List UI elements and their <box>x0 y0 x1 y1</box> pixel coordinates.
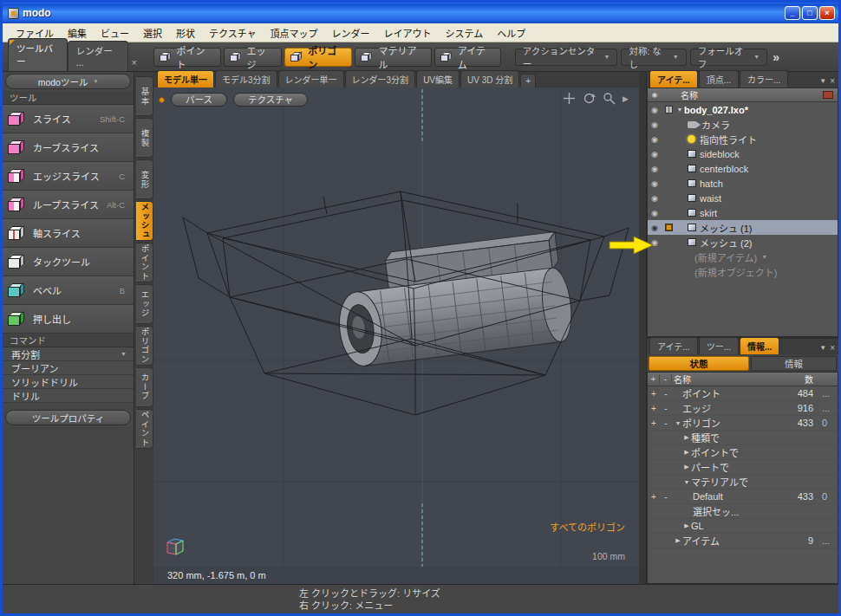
vp-tab-uv-edit[interactable]: UV編集 <box>416 70 460 88</box>
twisty-open-icon[interactable]: ▼ <box>674 420 682 426</box>
vtab-curve[interactable]: カーブ <box>136 367 153 407</box>
tool-slice[interactable]: スライスShift-C <box>3 105 134 133</box>
add-to-selection-icon[interactable]: + <box>648 418 660 428</box>
stat-row-by-material[interactable]: ▼マテリアルで <box>648 475 838 490</box>
tab-toolbar[interactable]: ツールバー <box>8 38 68 71</box>
stat-row-edges[interactable]: +- エッジ 916... <box>648 401 838 416</box>
vp-tab-model-triple[interactable]: モデル3分割 <box>215 70 277 88</box>
zoom-icon[interactable] <box>603 92 616 105</box>
list-item-new-item[interactable]: (新規アイテム) ▼ <box>648 250 838 264</box>
vtab-point[interactable]: ポイント <box>136 243 153 282</box>
menu-vertexmap[interactable]: 頂点マップ <box>264 24 324 42</box>
add-to-selection-icon[interactable]: + <box>648 389 660 399</box>
action-center-dropdown[interactable]: アクションセンター▼ <box>515 49 618 66</box>
menu-system[interactable]: システム <box>440 24 490 42</box>
twisty-open-icon[interactable]: ▼ <box>675 107 684 113</box>
menu-render[interactable]: レンダー <box>326 24 376 42</box>
close-tab-icon[interactable]: × <box>128 58 141 71</box>
close-button[interactable]: × <box>819 6 835 20</box>
remove-from-selection-icon[interactable]: - <box>660 404 672 413</box>
minimize-button[interactable]: _ <box>785 6 800 20</box>
list-item-sideblock[interactable]: ◉ sideblock <box>648 146 838 161</box>
stat-row-polygons[interactable]: +- ▼ポリゴン 4330 <box>648 416 838 431</box>
twisty-closed-icon[interactable]: ▶ <box>682 522 691 529</box>
list-item-centerblock[interactable]: ◉ centerblock <box>648 161 838 176</box>
tool-bevel[interactable]: ベベルB <box>3 276 134 305</box>
twisty-open-icon[interactable]: ▼ <box>682 479 691 485</box>
tool-extrude[interactable]: 押し出し <box>3 305 134 334</box>
tool-axis-slice[interactable]: 軸スライス <box>3 219 134 248</box>
mode-point-button[interactable]: ポイント <box>153 48 221 67</box>
menu-layout[interactable]: レイアウト <box>378 24 438 42</box>
list-item-skirt[interactable]: ◉ skirt <box>648 205 838 220</box>
eye-icon[interactable]: ◉ <box>648 150 662 159</box>
list-item-scene[interactable]: ◉ ▼ body_027.lxo* <box>648 102 838 117</box>
eye-icon[interactable]: ◉ <box>648 120 662 129</box>
chevron-down-icon[interactable]: ▼ <box>761 254 767 260</box>
symmetry-dropdown[interactable]: 対称: なし▼ <box>621 49 686 66</box>
modo-tools-header[interactable]: modoツール▼ <box>5 74 131 89</box>
vp-tab-render-single[interactable]: レンダー単一 <box>278 70 344 88</box>
tab-render-toolbar[interactable]: レンダー ... <box>68 41 128 71</box>
command-drill[interactable]: ドリル <box>3 389 134 403</box>
list-item-light[interactable]: ◉ 指向性ライト <box>648 132 838 146</box>
stat-row-by-part[interactable]: ▶パートで <box>648 460 838 475</box>
vp-tab-uv-3d[interactable]: UV 3D 分割 <box>460 70 519 88</box>
pan-icon[interactable] <box>563 92 576 105</box>
panel-divider[interactable] <box>639 72 646 584</box>
mode-material-button[interactable]: マテリアル <box>355 48 431 67</box>
chevron-down-icon[interactable]: ▼ <box>819 77 826 85</box>
menu-texture[interactable]: テクスチャ <box>203 24 263 42</box>
menu-view[interactable]: ビュー <box>95 24 135 42</box>
tab-items-2[interactable]: アイテ... <box>649 337 698 354</box>
tool-tack[interactable]: タックツール <box>3 248 134 276</box>
viewport-expand-icon[interactable]: ▶ <box>623 94 629 103</box>
command-solid-drill[interactable]: ソリッドドリル <box>3 375 134 389</box>
vp-tab-add[interactable]: + <box>520 74 536 88</box>
remove-from-selection-icon[interactable]: - <box>660 418 672 428</box>
vtab-duplicate[interactable]: 複製 <box>136 118 153 158</box>
chevron-down-icon[interactable]: ▼ <box>819 344 826 352</box>
tab-info[interactable]: 情報... <box>740 337 779 354</box>
add-to-selection-icon[interactable]: + <box>648 404 660 413</box>
stat-row-items[interactable]: ▶アイテム 9... <box>648 534 838 548</box>
vtab-polygon[interactable]: ポリゴン <box>136 326 153 366</box>
vtab-edge[interactable]: エッジ <box>136 284 153 324</box>
vtab-deform[interactable]: 変形 <box>136 159 153 199</box>
close-icon[interactable]: × <box>830 343 835 353</box>
list-item-mesh-2[interactable]: ◉ メッシュ (2) <box>648 235 838 250</box>
perspective-button[interactable]: パース <box>171 93 227 107</box>
state-subtab[interactable]: 状態 <box>649 356 749 371</box>
list-item-new-object[interactable]: (新規オブジェクト) <box>648 264 838 279</box>
tab-items[interactable]: アイテ... <box>649 70 698 88</box>
vp-tab-render-triple[interactable]: レンダー3分割 <box>345 70 416 88</box>
twisty-closed-icon[interactable]: ▶ <box>674 537 682 544</box>
tool-edge-slice[interactable]: エッジスライスC <box>3 162 134 191</box>
tool-loop-slice[interactable]: ループスライスAlt-C <box>3 191 134 219</box>
vtab-basic[interactable]: 基本 <box>136 76 153 116</box>
remove-from-selection-icon[interactable]: - <box>660 492 672 502</box>
tool-properties-header[interactable]: ツールプロパティ <box>5 410 131 425</box>
mode-item-button[interactable]: アイテム <box>434 48 501 67</box>
stat-row-selection-set[interactable]: 選択セッ... <box>648 504 838 519</box>
stat-row-by-point[interactable]: ▶ポイントで <box>648 445 838 460</box>
eye-icon[interactable]: ◉ <box>648 135 662 144</box>
mode-polygon-button[interactable]: ポリゴン <box>284 48 352 67</box>
viewport-3d-canvas[interactable]: パース テクスチャ ▶ すべてのポリゴン 100 mm <box>153 88 639 567</box>
eye-icon[interactable]: ◉ <box>648 165 662 173</box>
maximize-button[interactable]: □ <box>802 6 818 20</box>
vtab-mesh[interactable]: メッシュ <box>136 201 153 241</box>
eye-icon[interactable]: ◉ <box>648 209 662 217</box>
eye-icon[interactable]: ◉ <box>648 179 662 188</box>
eye-icon[interactable]: ◉ <box>648 224 662 232</box>
rotate-icon[interactable] <box>583 92 596 105</box>
tab-color[interactable]: カラー... <box>740 70 788 88</box>
list-item-hatch[interactable]: ◉ hatch <box>648 176 838 191</box>
eye-icon[interactable]: ◉ <box>648 194 662 203</box>
stat-row-gl[interactable]: ▶GL <box>648 519 838 534</box>
vp-tab-model-single[interactable]: モデル単一 <box>157 70 214 88</box>
stat-row-default-material[interactable]: +- Default 4330 <box>648 490 838 504</box>
command-subdivide[interactable]: 再分割▼ <box>3 347 134 361</box>
twisty-closed-icon[interactable]: ▶ <box>682 449 691 456</box>
command-boolean[interactable]: ブーリアン <box>3 361 134 375</box>
